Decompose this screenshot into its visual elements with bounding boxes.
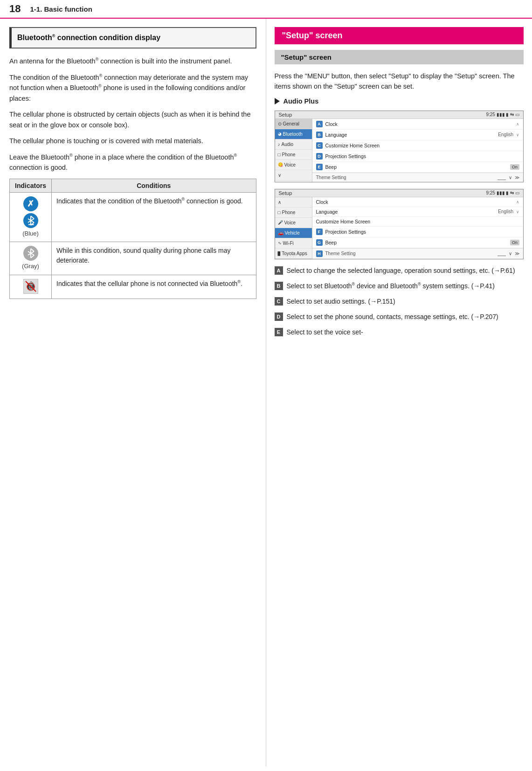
blue-label: (Blue) <box>14 229 47 238</box>
gray-label: (Gray) <box>14 262 47 271</box>
table-header-conditions: Conditions <box>52 179 256 192</box>
labeled-text-d: Select to set the phone sound, contacts,… <box>287 312 498 322</box>
sidebar-general: ⊙General <box>275 119 312 129</box>
badge-f: F <box>316 229 323 235</box>
badge-g: G <box>316 239 323 246</box>
table-header-indicators: Indicators <box>10 179 52 192</box>
gray-subheading-box: "Setup" screen <box>275 50 524 64</box>
condition-crossed: Indicates that the cellular phone is not… <box>52 275 256 299</box>
screen-row-c: C Customize Home Screen <box>312 140 524 151</box>
badge-c: C <box>316 142 323 149</box>
labeled-item-c: C Select to set audio settings. (→P.151) <box>275 297 524 306</box>
row-label-language: Language <box>325 132 496 138</box>
labeled-text-e: Select to set the voice set- <box>287 327 363 337</box>
sidebar-wifi: ∿Wi-Fi <box>275 238 312 249</box>
badge-a: A <box>316 121 323 127</box>
status-bar-2: Setup 9:25 ▮▮▮ ▮ ⇆ ▭ <box>275 189 524 197</box>
screen-mockup-2: Setup 9:25 ▮▮▮ ▮ ⇆ ▭ ∧ □Phone 🎤Voice 🚗Ve… <box>275 189 524 259</box>
badge-b: B <box>316 132 323 138</box>
label-a: A <box>275 266 283 275</box>
sidebar-phone-2: □Phone <box>275 208 312 218</box>
sidebar-audio: ♪Audio <box>275 139 312 150</box>
condition-blue: Indicates that the condition of the Blue… <box>52 192 256 242</box>
row-label-clock: Clock <box>325 121 514 127</box>
table-row: (Gray) While in this condition, sound qu… <box>10 242 256 275</box>
icon-cell-crossed: 📵 <box>10 275 52 299</box>
screen-time-2: 9:25 ▮▮▮ ▮ ⇆ ▭ <box>486 190 519 195</box>
icon-cell-blue: ✗ ⎯ (Blue) <box>10 192 52 242</box>
screen-row-g: G Beep On <box>312 237 524 248</box>
screen-title-1: Setup <box>279 112 292 118</box>
screen-bottom-2: H Theme Setting ⎯⎯⎯ ∨ ≫ <box>312 248 524 259</box>
audio-plus-label: Audio Plus <box>283 97 319 105</box>
page-header: 18 1-1. Basic function <box>0 0 532 19</box>
screen-row-d: D Projection Settings <box>312 151 524 162</box>
screen-mockup-1: Setup 9:25 ▮▮▮ ▮ ⇆ ▭ ⊙General ◕Bluetooth… <box>275 111 524 182</box>
row-label-f-projection: Projection Settings <box>325 229 520 235</box>
bluetooth-blue-icon: ✗ <box>23 196 38 211</box>
screen-row-2-customize: Customize Home Screen <box>312 217 524 227</box>
label-c: C <box>275 297 283 306</box>
labeled-text-c: Select to set audio settings. (→P.151) <box>287 297 395 306</box>
screen-bottom-1: Theme Setting ⎯⎯⎯ ∨ ≫ <box>312 173 524 182</box>
screen-row-2-clock: Clock ∧ <box>312 197 524 207</box>
status-bar-1: Setup 9:25 ▮▮▮ ▮ ⇆ ▭ <box>275 111 524 119</box>
screen-sidebar-2: ∧ □Phone 🎤Voice 🚗Vehicle ∿Wi-Fi █Toyota … <box>275 197 312 259</box>
badge-h: H <box>316 250 323 257</box>
para-1: An antenna for the Bluetooth® connection… <box>9 56 256 66</box>
sidebar-vehicle: 🚗Vehicle <box>275 228 312 238</box>
right-intro-para: Press the "MENU" button, then select "Se… <box>275 71 524 92</box>
gray-subheading-title: "Setup" screen <box>281 53 518 61</box>
table-row: 📵 Indicates that the cellular phone is n… <box>10 275 256 299</box>
screen-row-2-language: Language English ∨ <box>312 207 524 217</box>
sidebar-apps: █Toyota Apps <box>275 249 312 259</box>
para-3: The cellular phone is obstructed by cert… <box>9 109 256 130</box>
icon-cell-gray: (Gray) <box>10 242 52 275</box>
para-5: Leave the Bluetooth® phone in a place wh… <box>9 152 256 173</box>
labeled-item-a: A Select to change the selected language… <box>275 266 524 276</box>
row-label-customize: Customize Home Screen <box>325 143 520 148</box>
row-label-2-clock: Clock <box>316 199 514 205</box>
screen-main-2: Clock ∧ Language English ∨ Customize Hom… <box>312 197 524 259</box>
toggle-on-2: On <box>510 240 519 245</box>
screen-sidebar-1: ⊙General ◕Bluetooth ♪Audio □Phone 😋Voice… <box>275 119 312 182</box>
screen-main-1: A Clock ∧ B Language English ∨ C Customi… <box>312 119 524 182</box>
badge-e: E <box>316 164 323 170</box>
sidebar-down: ∨ <box>275 170 312 181</box>
page-number: 18 <box>9 3 21 15</box>
bt-icon-crossed-svg: 📵 <box>23 279 38 294</box>
screen-row-a: A Clock ∧ <box>312 119 524 130</box>
screen-row-e: E Beep On <box>312 162 524 173</box>
labeled-text-b: Select to set Bluetooth® device and Blue… <box>287 281 495 291</box>
triangle-icon <box>275 98 280 104</box>
bt-icon-blue-svg: ⎯ <box>23 213 38 228</box>
row-label-2-customize: Customize Home Screen <box>316 219 520 224</box>
pink-heading-title: "Setup" screen <box>282 31 517 41</box>
section-title: 1-1. Basic function <box>30 5 92 13</box>
screen-body-1: ⊙General ◕Bluetooth ♪Audio □Phone 😋Voice… <box>275 119 524 182</box>
sidebar-bluetooth: ◕Bluetooth <box>275 129 312 139</box>
screen-row-b: B Language English ∨ <box>312 130 524 140</box>
labeled-text-a: Select to change the selected language, … <box>287 266 515 276</box>
table-row: ✗ ⎯ (Blue) <box>10 192 256 242</box>
sidebar-up: ∧ <box>275 197 312 208</box>
right-column: "Setup" screen "Setup" screen Press the … <box>266 19 532 766</box>
pink-heading-box: "Setup" screen <box>275 27 524 44</box>
sidebar-voice: 😋Voice <box>275 160 312 170</box>
bt-icon-gray-svg <box>23 246 38 261</box>
screen-row-f: F Projection Settings <box>312 227 524 237</box>
labeled-item-b: B Select to set Bluetooth® device and Bl… <box>275 281 524 291</box>
section-heading: Bluetooth® connection condition display <box>17 33 250 43</box>
badge-d: D <box>316 153 323 160</box>
content-wrapper: Bluetooth® connection condition display … <box>0 19 532 766</box>
audio-plus-line: Audio Plus <box>275 97 524 105</box>
row-label-projection: Projection Settings <box>325 153 520 159</box>
sidebar-voice-2: 🎤Voice <box>275 218 312 228</box>
screen-title-2: Setup <box>279 190 292 196</box>
screen-body-2: ∧ □Phone 🎤Voice 🚗Vehicle ∿Wi-Fi █Toyota … <box>275 197 524 259</box>
row-label-beep: Beep <box>325 164 507 170</box>
sidebar-phone: □Phone <box>275 150 312 160</box>
para-2: The condition of the Bluetooth® connecti… <box>9 72 256 104</box>
indicator-table: Indicators Conditions ✗ ⎯ <box>9 179 256 299</box>
labeled-item-d: D Select to set the phone sound, contact… <box>275 312 524 322</box>
